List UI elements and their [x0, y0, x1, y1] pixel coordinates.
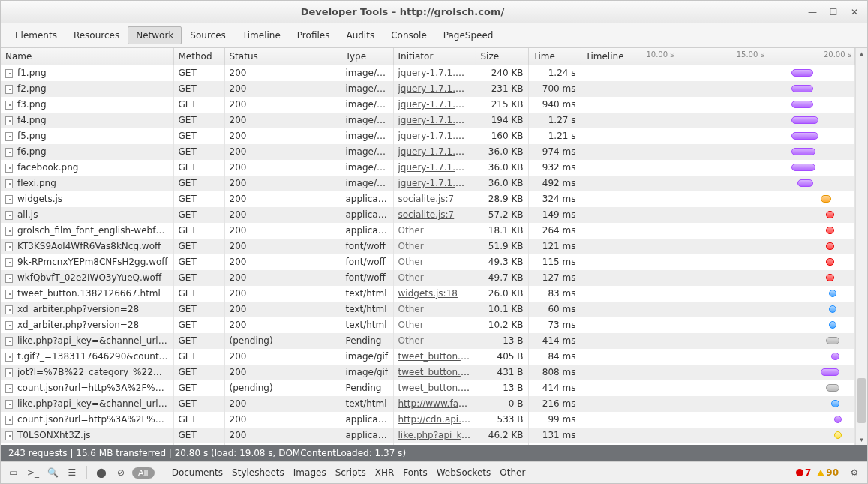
tick-15s: 15.00 s: [737, 50, 764, 59]
col-size[interactable]: Size: [476, 48, 528, 65]
table-row[interactable]: f2.pngGET200image/pngjquery-1.7.1.min…23…: [1, 81, 855, 97]
record-icon[interactable]: ⬤: [93, 465, 110, 480]
cell-initiator[interactable]: jquery-1.7.1.min…: [393, 176, 476, 191]
cell-initiator[interactable]: jquery-1.7.1.min…: [393, 160, 476, 176]
tab-profiles[interactable]: Profiles: [289, 26, 338, 44]
table-row[interactable]: tweet_button.1382126667.htmlGET200text/h…: [1, 286, 855, 302]
table-row[interactable]: xd_arbiter.php?version=28GET200text/html…: [1, 302, 855, 317]
tab-resources[interactable]: Resources: [65, 26, 128, 44]
cell-initiator[interactable]: jquery-1.7.1.min…: [393, 128, 476, 144]
cell-initiator[interactable]: tweet_button.13…: [393, 349, 476, 365]
table-row[interactable]: facebook.pngGET200image/pngjquery-1.7.1.…: [1, 160, 855, 176]
dock-icon[interactable]: ▭: [5, 465, 22, 480]
table-row[interactable]: wkfQbvfT_02e2IWO3yYueQ.woffGET200font/wo…: [1, 270, 855, 286]
filter-xhr[interactable]: XHR: [371, 466, 399, 479]
filter-fonts[interactable]: Fonts: [398, 466, 431, 479]
cell-initiator[interactable]: jquery-1.7.1.min…: [393, 65, 476, 81]
cell-initiator[interactable]: http://cdn.api.tw…: [393, 412, 476, 428]
cell-initiator[interactable]: jquery-1.7.1.min…: [393, 97, 476, 113]
table-row[interactable]: f5.pngGET200image/pngjquery-1.7.1.min…16…: [1, 128, 855, 144]
col-type[interactable]: Type: [341, 48, 393, 65]
filter-icon[interactable]: ☰: [64, 465, 80, 480]
warnings-badge[interactable]: 90: [817, 467, 839, 478]
cell-type: text/html: [341, 286, 393, 302]
tab-elements[interactable]: Elements: [7, 26, 65, 44]
col-name[interactable]: Name: [1, 48, 173, 65]
scroll-up-arrow[interactable]: ▴: [856, 48, 867, 59]
table-row[interactable]: f1.pngGET200image/pngjquery-1.7.1.min…24…: [1, 65, 855, 81]
filter-documents[interactable]: Documents: [167, 466, 227, 479]
cell-initiator[interactable]: socialite.js:7: [393, 191, 476, 207]
table-row[interactable]: all.jsGET200applicati…socialite.js:757.2…: [1, 207, 855, 223]
cell-status: 200: [224, 396, 341, 412]
table-row[interactable]: 9k-RPmcnxYEPm8CNFsH2gg.woffGET200font/wo…: [1, 254, 855, 270]
search-icon[interactable]: 🔍: [44, 465, 61, 480]
table-row[interactable]: grolsch_film_font_english-webfon…GET200a…: [1, 223, 855, 239]
scroll-thumb[interactable]: [857, 378, 866, 423]
cell-initiator: Other: [393, 239, 476, 254]
cell-initiator[interactable]: tweet_button.13…: [393, 380, 476, 396]
table-row[interactable]: like.php?api_key=&channel_url=…GET200tex…: [1, 396, 855, 412]
table-row[interactable]: KT3KS9Aol4WfR6Vas8kNcg.woffGET200font/wo…: [1, 239, 855, 254]
filter-other[interactable]: Other: [495, 466, 530, 479]
table-row[interactable]: count.json?url=http%3A%2F%2Fg…GET(pendin…: [1, 380, 855, 396]
cell-initiator[interactable]: like.php:438: [393, 443, 476, 446]
tab-console[interactable]: Console: [383, 26, 435, 44]
cell-time: 808 ms: [528, 365, 581, 380]
table-row[interactable]: xd_arbiter.php?version=28GET200text/html…: [1, 317, 855, 333]
table-row[interactable]: f4.pngGET200image/pngjquery-1.7.1.min…19…: [1, 113, 855, 128]
table-row[interactable]: f6.pngGET200image/pngjquery-1.7.1.min…36…: [1, 144, 855, 160]
filter-all-pill[interactable]: All: [132, 467, 155, 479]
filter-scripts[interactable]: Scripts: [331, 466, 371, 479]
col-initiator[interactable]: Initiator: [393, 48, 476, 65]
clear-icon[interactable]: ⊘: [113, 465, 129, 480]
table-row[interactable]: t.gif?_=1383117646290&count=…GET200image…: [1, 349, 855, 365]
col-timeline[interactable]: Timeline 10.00 s 15.00 s 20.00 s: [581, 48, 855, 65]
table-row[interactable]: M88yQSdCBh7.pngGET200image/pnglike.php:4…: [1, 443, 855, 446]
settings-gear-icon[interactable]: ⚙: [846, 465, 863, 480]
console-icon[interactable]: >_: [25, 465, 41, 480]
tab-sources[interactable]: Sources: [182, 26, 233, 44]
filter-websockets[interactable]: WebSockets: [432, 466, 496, 479]
col-method[interactable]: Method: [173, 48, 224, 65]
cell-time: 940 ms: [528, 97, 581, 113]
errors-badge[interactable]: 7: [796, 467, 811, 478]
cell-initiator[interactable]: jquery-1.7.1.min…: [393, 144, 476, 160]
cell-initiator[interactable]: jquery-1.7.1.min…: [393, 81, 476, 97]
table-row[interactable]: jot?l=%7B%22_category_%22%3A…GET200image…: [1, 365, 855, 380]
cell-initiator[interactable]: jquery-1.7.1.min…: [393, 113, 476, 128]
vertical-scrollbar[interactable]: ▴ ▾: [855, 48, 867, 445]
cell-initiator[interactable]: socialite.js:7: [393, 207, 476, 223]
table-row[interactable]: f3.pngGET200image/pngjquery-1.7.1.min…21…: [1, 97, 855, 113]
cell-type: image/png: [341, 443, 393, 446]
close-button[interactable]: ✕: [848, 5, 861, 19]
table-row[interactable]: flexi.pngGET200image/pngjquery-1.7.1.min…: [1, 176, 855, 191]
table-row[interactable]: T0LSONXht3Z.jsGET200applicati…like.php?a…: [1, 428, 855, 443]
tab-pagespeed[interactable]: PageSpeed: [435, 26, 502, 44]
table-row[interactable]: count.json?url=http%3A%2F%2Fg…GET200appl…: [1, 412, 855, 428]
col-time[interactable]: Time: [528, 48, 581, 65]
scroll-down-arrow[interactable]: ▾: [856, 434, 867, 445]
table-row[interactable]: like.php?api_key=&channel_url=…GET(pendi…: [1, 333, 855, 349]
filter-images[interactable]: Images: [289, 466, 331, 479]
cell-type: image/png: [341, 144, 393, 160]
filter-stylesheets[interactable]: Stylesheets: [227, 466, 289, 479]
cell-type: text/html: [341, 317, 393, 333]
cell-timeline: [581, 97, 855, 113]
cell-initiator[interactable]: like.php?api_key…: [393, 428, 476, 443]
main-tabs: ElementsResourcesNetworkSourcesTimelineP…: [1, 23, 867, 48]
table-row[interactable]: widgets.jsGET200applicati…socialite.js:7…: [1, 191, 855, 207]
cell-type: Pending: [341, 333, 393, 349]
cell-initiator[interactable]: tweet_button.13…: [393, 365, 476, 380]
timing-bar: [834, 416, 842, 423]
maximize-button[interactable]: ☐: [827, 5, 840, 19]
tab-audits[interactable]: Audits: [338, 26, 383, 44]
cell-name: 9k-RPmcnxYEPm8CNFsH2gg.woff: [1, 254, 173, 270]
cell-timeline: [581, 254, 855, 270]
tab-network[interactable]: Network: [128, 26, 182, 44]
cell-initiator[interactable]: http://www.face…: [393, 396, 476, 412]
minimize-button[interactable]: —: [806, 5, 819, 19]
tab-timeline[interactable]: Timeline: [234, 26, 289, 44]
cell-initiator[interactable]: widgets.js:18: [393, 286, 476, 302]
col-status[interactable]: Status: [224, 48, 341, 65]
